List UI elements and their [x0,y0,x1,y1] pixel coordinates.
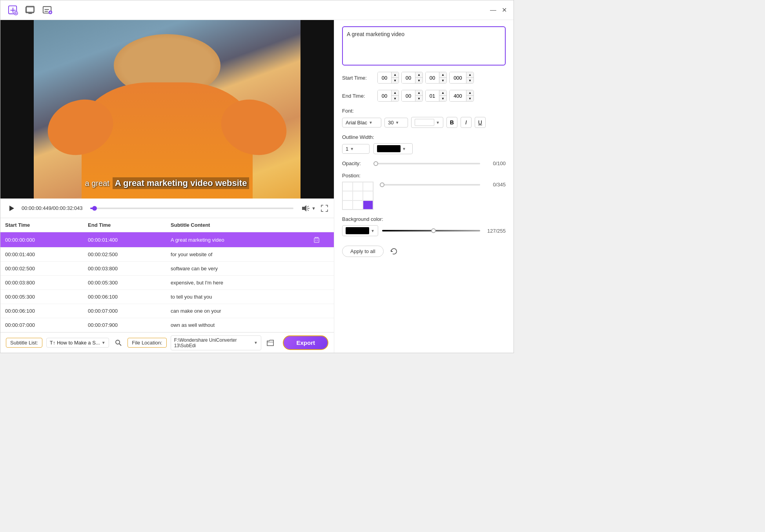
start-ms-up[interactable]: ▲ [466,72,474,78]
apply-all-button[interactable]: Apply to all [342,246,384,257]
position-grid-row: 0/345 [342,182,506,210]
subtitle-main-text: A great marketing video website [113,177,250,189]
row-content: can make one on your [166,304,299,318]
end-hours-input[interactable] [378,90,391,101]
screen-record-icon[interactable] [24,4,36,16]
start-seconds-up[interactable]: ▲ [439,72,446,78]
italic-button[interactable]: I [461,117,472,128]
position-slider-area: 0/345 [380,182,506,188]
end-hours-down[interactable]: ▼ [392,96,399,101]
seek-thumb [92,206,97,211]
end-minutes-up[interactable]: ▲ [415,90,423,96]
outline-width-selector[interactable]: 1 ▼ [342,144,370,154]
outline-width-arrow: ▼ [350,147,354,151]
pos-cell-mc[interactable] [353,191,363,200]
start-seconds-input[interactable] [426,72,439,83]
start-hours-spinbox[interactable]: ▲ ▼ [377,72,399,84]
folder-button[interactable] [265,337,275,348]
underline-button[interactable]: U [475,117,486,128]
row-content: expensive, but I'm here [166,276,299,290]
bg-opacity-slider[interactable] [382,230,480,231]
end-minutes-input[interactable] [402,90,415,101]
end-time-row: End Time: ▲ ▼ ▲ ▼ [342,90,506,102]
play-button[interactable] [6,203,17,214]
table-row[interactable]: 00:00:02:50000:00:03:800software can be … [0,262,334,276]
table-row[interactable]: 00:00:00:00000:00:01:400A great marketin… [0,232,334,248]
end-hours-up[interactable]: ▲ [392,90,399,96]
end-ms-down[interactable]: ▼ [466,96,474,101]
row-start-time: 00:00:07:000 [0,318,83,332]
pos-cell-tc[interactable] [353,182,363,191]
start-minutes-up[interactable]: ▲ [415,72,423,78]
dropdown-arrow-icon: ▼ [102,341,106,345]
outline-color-picker[interactable]: ▼ [373,143,413,154]
end-ms-up[interactable]: ▲ [466,90,474,96]
font-size-selector[interactable]: 30 ▼ [384,118,408,128]
end-ms-input[interactable] [450,90,466,101]
table-row[interactable]: 00:00:07:00000:00:07:900own as well with… [0,318,334,332]
seek-bar[interactable] [90,208,293,209]
row-start-time: 00:00:02:500 [0,262,83,276]
close-button[interactable]: ✕ [501,7,507,13]
start-minutes-spinbox[interactable]: ▲ ▼ [401,72,423,84]
pos-cell-bc[interactable] [353,200,363,210]
start-hours-down[interactable]: ▼ [392,78,399,83]
export-button[interactable]: Export [283,335,328,350]
pos-cell-ml[interactable] [342,191,353,200]
start-hours-input[interactable] [378,72,391,83]
subtitle-text-input[interactable]: A great marketing video [342,26,506,66]
volume-control[interactable]: ▼ [301,205,316,212]
svg-rect-22 [314,238,319,242]
opacity-slider[interactable] [373,163,480,164]
start-minutes-down[interactable]: ▼ [415,78,423,83]
end-seconds-input[interactable] [426,90,439,101]
start-ms-input[interactable] [450,72,466,83]
start-seconds-down[interactable]: ▼ [439,78,446,83]
pos-cell-mr[interactable] [363,191,373,200]
font-family-selector[interactable]: Arial Blac ▼ [342,118,381,128]
end-seconds-down[interactable]: ▼ [439,96,446,101]
reset-button[interactable] [388,246,399,257]
bg-color-picker[interactable]: ▼ [342,225,378,236]
end-seconds-up[interactable]: ▲ [439,90,446,96]
subtitle-editor-icon[interactable] [41,4,54,16]
font-color-picker[interactable]: ▼ [411,117,443,128]
pos-cell-bl[interactable] [342,200,353,210]
outline-row: 1 ▼ ▼ [342,143,506,154]
pos-cell-tl[interactable] [342,182,353,191]
add-media-icon[interactable] [7,4,19,16]
file-path-input[interactable]: F:\Wondershare UniConverter 13\SubEdi ▼ [171,335,261,350]
subtitle-file-dropdown[interactable]: T↑ How to Make a S... ▼ [46,338,109,348]
end-hours-spinbox[interactable]: ▲ ▼ [377,90,399,102]
delete-row-button[interactable] [304,236,329,243]
subtitle-file-name: T↑ How to Make a S... [50,340,100,346]
fullscreen-button[interactable] [321,204,328,212]
pos-cell-br[interactable] [363,200,373,210]
end-seconds-spinbox[interactable]: ▲ ▼ [425,90,447,102]
position-slider[interactable] [380,184,480,186]
start-seconds-spinbox[interactable]: ▲ ▼ [425,72,447,84]
start-minutes-input[interactable] [402,72,415,83]
row-start-time: 00:00:06:100 [0,304,83,318]
opacity-value: 0/100 [484,160,506,166]
end-minutes-down[interactable]: ▼ [415,96,423,101]
table-row[interactable]: 00:00:06:10000:00:07:000can make one on … [0,304,334,318]
subtitle-table-container: Start Time End Time Subtitle Content 00:… [0,218,334,332]
table-row[interactable]: 00:00:05:30000:00:06:100to tell you that… [0,290,334,304]
end-time-inputs: ▲ ▼ ▲ ▼ ▲ [377,90,474,102]
bold-button[interactable]: B [446,117,457,128]
end-ms-spinbox[interactable]: ▲ ▼ [449,90,474,102]
end-minutes-spinbox[interactable]: ▲ ▼ [401,90,423,102]
outline-color-swatch [377,145,401,152]
search-button[interactable] [113,337,124,349]
row-content: A great marketing video [166,232,299,248]
start-ms-down[interactable]: ▼ [466,78,474,83]
start-hours-up[interactable]: ▲ [392,72,399,78]
opacity-thumb [373,161,378,166]
col-content: Subtitle Content [166,218,299,232]
pos-cell-tr[interactable] [363,182,373,191]
table-row[interactable]: 00:00:03:80000:00:05:300expensive, but I… [0,276,334,290]
start-ms-spinbox[interactable]: ▲ ▼ [449,72,474,84]
minimize-button[interactable]: — [490,7,496,13]
table-row[interactable]: 00:00:01:40000:00:02:500for your website… [0,248,334,262]
